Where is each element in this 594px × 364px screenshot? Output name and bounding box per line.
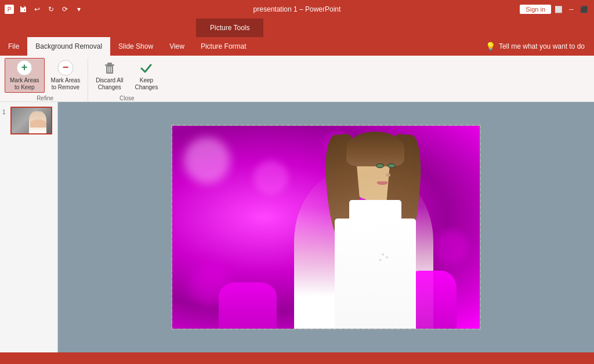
keep-changes-button[interactable]: KeepChanges: [129, 58, 163, 93]
svg-text:+: +: [21, 61, 28, 73]
tab-background-removal[interactable]: Background Removal: [27, 37, 110, 56]
svg-rect-7: [105, 64, 114, 66]
refine-label: Refine: [37, 94, 53, 103]
tab-view[interactable]: View: [161, 37, 193, 56]
tell-me-area[interactable]: 💡 Tell me what you want to do: [479, 37, 594, 56]
keep-changes-label: KeepChanges: [135, 77, 158, 91]
mark-remove-label: Mark Areasto Remove: [51, 77, 81, 91]
slide-number: 1: [2, 109, 8, 115]
status-bar: [0, 352, 594, 364]
tab-file[interactable]: File: [0, 37, 27, 56]
minimize-button[interactable]: ─: [566, 4, 577, 14]
tab-picture-format[interactable]: Picture Format: [193, 37, 255, 56]
sign-in-button[interactable]: Sign in: [520, 5, 551, 14]
mark-areas-remove-button[interactable]: − Mark Areasto Remove: [46, 58, 86, 93]
keep-changes-icon: [138, 60, 154, 76]
customize-button[interactable]: ▾: [73, 3, 85, 15]
close-label: Close: [119, 94, 135, 103]
slide-item: 1: [2, 107, 55, 134]
main-area: 1: [0, 102, 594, 352]
discard-all-changes-button[interactable]: Discard AllChanges: [90, 58, 128, 93]
upper-ribbon: Picture Tools: [0, 19, 594, 37]
ribbon-tabs-row: File Background Removal Slide Show View …: [0, 37, 594, 56]
refine-buttons: + Mark Areasto Keep − Mark Areasto Remov…: [5, 58, 85, 93]
canvas-area: [58, 102, 594, 352]
discard-icon: [102, 60, 118, 76]
tab-slide-show[interactable]: Slide Show: [110, 37, 161, 56]
slide-panel: 1: [0, 102, 58, 352]
restore-button[interactable]: ⬜: [553, 4, 564, 14]
close-buttons: Discard AllChanges KeepChanges: [90, 58, 163, 93]
picture-tools-tab: Picture Tools: [196, 19, 263, 37]
redo-button[interactable]: ↻: [45, 3, 57, 15]
title-bar-left: P ↩ ↻ ⟳ ▾: [5, 3, 85, 15]
mark-areas-keep-button[interactable]: + Mark Areasto Keep: [5, 58, 45, 93]
close-section: Discard AllChanges KeepChanges Close: [88, 58, 165, 101]
title-bar-right: Sign in ⬜ ─ ⬛: [520, 4, 589, 14]
refine-section: + Mark Areasto Keep − Mark Areasto Remov…: [2, 58, 88, 101]
mark-keep-label: Mark Areasto Keep: [10, 77, 39, 91]
svg-rect-1: [21, 6, 24, 8]
svg-rect-0: [21, 9, 24, 11]
mark-keep-icon: +: [16, 60, 32, 76]
presentation-title: presentation 1 – PowerPoint: [253, 5, 341, 13]
undo-button[interactable]: ↩: [31, 3, 43, 15]
title-bar: P ↩ ↻ ⟳ ▾ presentation 1 – PowerPoint Si…: [0, 0, 594, 19]
svg-rect-8: [107, 63, 112, 64]
quick-access-toolbar: ↩ ↻ ⟳ ▾: [17, 3, 85, 15]
maximize-button[interactable]: ⬛: [579, 4, 589, 14]
discard-label: Discard AllChanges: [96, 77, 123, 91]
mark-remove-icon: −: [57, 60, 74, 76]
tell-me-label: Tell me what you want to do: [499, 42, 585, 50]
ribbon-content: + Mark Areasto Keep − Mark Areasto Remov…: [0, 56, 594, 102]
slide-thumbnail[interactable]: [10, 107, 52, 134]
lightbulb-icon: 💡: [486, 42, 495, 51]
app-icon: P: [5, 5, 14, 14]
save-button[interactable]: [17, 3, 29, 15]
repeat-button[interactable]: ⟳: [59, 3, 71, 15]
image-container[interactable]: [171, 125, 481, 330]
svg-text:−: −: [63, 61, 69, 73]
